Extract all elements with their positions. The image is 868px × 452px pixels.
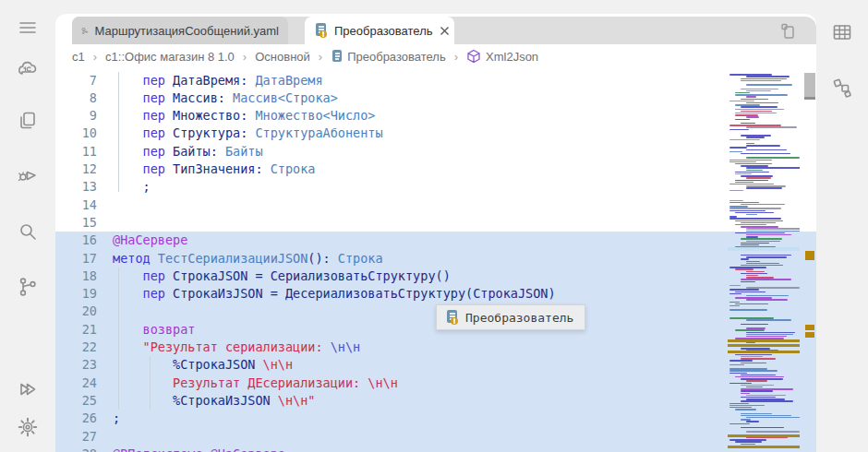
search-icon[interactable]: [13, 217, 42, 246]
tab-converter[interactable]: Преобразователь: [305, 17, 454, 44]
line-number[interactable]: 21: [55, 321, 97, 339]
ide-window: МаршрутизацияСообщений.yaml Преобразоват…: [0, 0, 868, 452]
minimap-row: [729, 293, 741, 294]
line-number[interactable]: 19: [55, 285, 97, 303]
line-number[interactable]: 14: [55, 196, 97, 214]
code-line[interactable]: метод ТестСериализацииJSON(): Строка: [113, 250, 383, 268]
code-line[interactable]: пер СтрокаJSON = СериализоватьСтруктуру(…: [113, 268, 451, 285]
minimap-row: [741, 427, 784, 428]
settings-icon[interactable]: [13, 412, 42, 442]
scrollbar-thumb[interactable]: [804, 73, 815, 100]
minimap-row: [746, 417, 800, 418]
minimap-row: [741, 273, 767, 274]
line-number[interactable]: 10: [55, 125, 97, 142]
code-line[interactable]: пер Структура: СтруктураАбоненты: [113, 125, 383, 142]
close-icon[interactable]: [440, 26, 450, 36]
minimap-row: [741, 378, 783, 379]
tooltip-label: Преобразователь: [465, 311, 573, 325]
minimap-row: [746, 241, 780, 242]
minimap-row: [735, 297, 772, 298]
minimap-row: [735, 224, 766, 225]
minimap-row: [741, 78, 787, 79]
minimap-row: [735, 409, 756, 410]
code-line[interactable]: пер Байты: Байты: [113, 143, 263, 161]
line-number[interactable]: 16: [55, 232, 97, 249]
flow-scheme-icon[interactable]: [827, 73, 857, 102]
minimap-row: [741, 80, 781, 81]
minimap-row: [741, 238, 782, 239]
line-number[interactable]: 13: [55, 178, 97, 196]
minimap-row: [746, 275, 758, 276]
debug-icon[interactable]: [13, 161, 42, 190]
line-number[interactable]: 24: [55, 375, 97, 392]
code-line[interactable]: пер ДатаВремя: ДатаВремя: [113, 72, 323, 89]
breadcrumb-item-xml2json[interactable]: Xml2Json: [466, 49, 538, 64]
document-warning-icon: [445, 310, 459, 325]
minimap-row: [746, 395, 786, 396]
line-number[interactable]: 17: [55, 250, 97, 268]
code-line[interactable]: @НаСервере: [113, 232, 187, 249]
document-warning-icon: [314, 23, 328, 38]
line-number[interactable]: 12: [55, 161, 97, 178]
minimap-row: [741, 385, 774, 386]
cloud-1c-icon[interactable]: [13, 55, 42, 85]
code-line[interactable]: пер Множество: Множество<Число>: [113, 107, 376, 125]
git-branch-icon[interactable]: [13, 272, 42, 302]
minimap-row: [735, 232, 785, 233]
table-icon[interactable]: [827, 18, 857, 47]
tab-label: Преобразователь: [334, 24, 433, 38]
warning-marker[interactable]: [805, 332, 814, 338]
breadcrumb-item-module[interactable]: Основной: [255, 50, 310, 64]
warning-marker[interactable]: [805, 325, 814, 330]
breadcrumb-item-converter[interactable]: Преобразователь: [331, 50, 446, 64]
code-line[interactable]: Результат ДЕсериализации: \н\н: [113, 375, 398, 392]
tab-hover-tooltip: Преобразователь: [436, 304, 585, 330]
minimap[interactable]: [728, 68, 800, 452]
line-number[interactable]: 15: [55, 214, 97, 232]
line-number[interactable]: 27: [55, 428, 97, 446]
code-line[interactable]: пер ТипЗначения: Строка: [113, 161, 315, 178]
minimap-row: [729, 373, 747, 374]
code-line[interactable]: %СтрокаИзJSON \н\н": [113, 392, 315, 410]
code-line[interactable]: @ВПодсистеме @НаСервере: [113, 446, 285, 452]
line-number[interactable]: 9: [55, 107, 97, 125]
line-number[interactable]: 22: [55, 339, 97, 356]
line-number[interactable]: 28: [55, 446, 97, 452]
menu-icon[interactable]: [13, 13, 42, 42]
line-number[interactable]: 18: [55, 268, 97, 285]
minimap-row: [735, 182, 753, 183]
line-number[interactable]: 7: [55, 72, 97, 89]
minimap-warning-bar: [728, 434, 800, 437]
code-line[interactable]: %СтрокаJSON \н\н: [113, 356, 293, 374]
run-icon[interactable]: [13, 375, 42, 404]
minimap-row: [735, 109, 784, 110]
line-number[interactable]: 25: [55, 392, 97, 410]
line-number[interactable]: 8: [55, 89, 97, 107]
new-page-icon[interactable]: [777, 22, 799, 41]
warning-marker[interactable]: [805, 251, 814, 260]
copy-icon[interactable]: [13, 106, 42, 136]
minimap-row: [746, 261, 760, 262]
code-line[interactable]: возврат: [113, 321, 195, 339]
line-number[interactable]: 20: [55, 303, 97, 320]
breadcrumb-item-project[interactable]: c1::Офис магазин 8 1.0: [105, 50, 235, 64]
code-editor[interactable]: 7891011121314151617181920212223242526272…: [55, 68, 816, 452]
code-line[interactable]: пер Массив: Массив<Строка>: [113, 89, 338, 107]
minimap-row: [729, 184, 774, 184]
minimap-row: [746, 380, 767, 381]
code-line[interactable]: пер СтрокаИзJSON = ДесериализоватьСтрукт…: [113, 285, 556, 303]
breadcrumb-item-c1[interactable]: c1: [72, 50, 85, 64]
line-number[interactable]: 23: [55, 356, 97, 374]
minimap-row: [729, 147, 747, 148]
minimap-row: [746, 231, 800, 232]
code-line[interactable]: ;: [113, 410, 120, 427]
minimap-row: [729, 407, 752, 408]
minimap-row: [729, 139, 760, 140]
minimap-warning-bar: [728, 344, 800, 347]
minimap-row: [746, 336, 787, 337]
code-line[interactable]: "Результат сериализации: \н\н: [113, 339, 360, 356]
line-number[interactable]: 11: [55, 143, 97, 161]
minimap-row: [729, 101, 754, 101]
line-number[interactable]: 26: [55, 410, 97, 427]
tab-routing-yaml[interactable]: МаршрутизацияСообщений.yaml: [72, 17, 288, 44]
